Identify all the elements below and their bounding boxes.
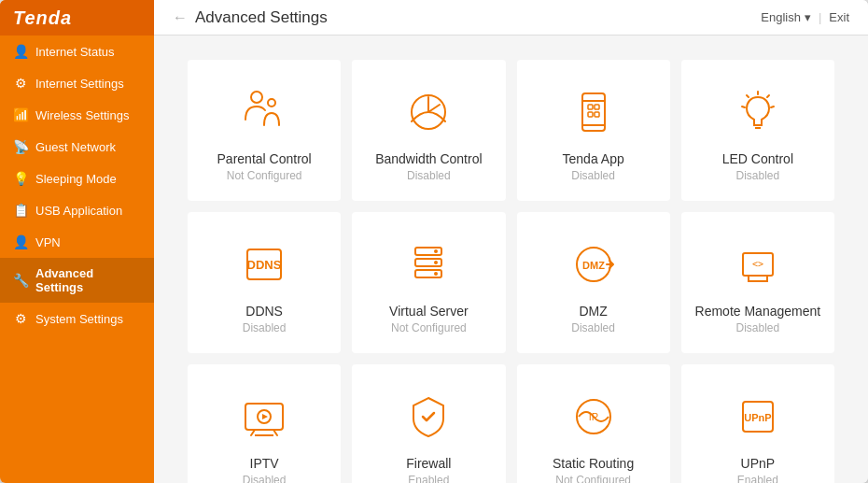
sidebar-label: Internet Settings <box>35 77 124 91</box>
sidebar-label: Internet Status <box>35 45 115 59</box>
grid-item-static-routing[interactable]: IP Static RoutingNot Configured <box>517 364 670 483</box>
sidebar-item-internet-status[interactable]: 👤 Internet Status <box>0 36 154 67</box>
logo: Tenda <box>0 0 154 36</box>
content-area: Parental ControlNot Configured Bandwidth… <box>154 36 868 483</box>
usb-application-icon: 📋 <box>13 203 28 218</box>
upnp-icon: UPnP <box>728 387 788 447</box>
svg-line-16 <box>767 95 769 97</box>
svg-line-15 <box>747 95 749 97</box>
sidebar-item-advanced-settings[interactable]: 🔧 Advanced Settings <box>0 258 154 303</box>
parental-control-label: Parental Control <box>217 151 312 166</box>
logo-text: Tenda <box>13 7 72 29</box>
bandwidth-control-status: Disabled <box>407 169 451 182</box>
system-settings-icon: ⚙ <box>13 311 28 326</box>
grid-item-bandwidth-control[interactable]: Bandwidth ControlDisabled <box>352 60 505 201</box>
divider: | <box>819 10 821 24</box>
page-title-area: ← Advanced Settings <box>173 8 328 27</box>
remote-management-icon: <> <box>728 234 788 294</box>
exit-button[interactable]: Exit <box>829 10 849 24</box>
internet-status-icon: 👤 <box>13 44 28 59</box>
top-bar-right: English ▾ | Exit <box>761 10 849 24</box>
grid-item-iptv[interactable]: IPTVDisabled <box>188 364 341 483</box>
grid-item-parental-control[interactable]: Parental ControlNot Configured <box>188 60 341 201</box>
static-routing-label: Static Routing <box>553 456 634 471</box>
top-bar: ← Advanced Settings English ▾ | Exit <box>154 0 868 36</box>
svg-point-24 <box>434 249 438 253</box>
sidebar-item-system-settings[interactable]: ⚙ System Settings <box>0 303 154 334</box>
internet-settings-icon: ⚙ <box>13 76 28 91</box>
svg-line-18 <box>771 107 774 107</box>
grid-item-dmz[interactable]: DMZ DMZDisabled <box>517 212 670 353</box>
sidebar-item-internet-settings[interactable]: ⚙ Internet Settings <box>0 67 154 99</box>
led-control-icon <box>728 82 788 142</box>
led-control-status: Disabled <box>736 169 780 182</box>
sidebar-label: USB Application <box>35 204 122 218</box>
svg-text:<>: <> <box>752 259 763 269</box>
sidebar-item-sleeping-mode[interactable]: 💡 Sleeping Mode <box>0 163 154 194</box>
static-routing-icon: IP <box>564 387 623 447</box>
sidebar-label: System Settings <box>35 312 123 326</box>
ddns-label: DDNS <box>245 304 283 319</box>
firewall-label: Firewall <box>406 456 451 471</box>
virtual-server-icon <box>399 234 458 294</box>
page-title: Advanced Settings <box>195 8 328 27</box>
iptv-icon <box>234 387 294 447</box>
grid-item-led-control[interactable]: LED ControlDisabled <box>681 60 834 201</box>
grid-item-virtual-server[interactable]: Virtual ServerNot Configured <box>352 212 505 353</box>
tenda-app-icon <box>564 82 623 142</box>
settings-grid: Parental ControlNot Configured Bandwidth… <box>182 54 840 483</box>
iptv-status: Disabled <box>243 474 287 483</box>
sleeping-mode-icon: 💡 <box>13 171 28 186</box>
dmz-label: DMZ <box>579 304 607 319</box>
svg-point-0 <box>251 92 262 103</box>
svg-text:DDNS: DDNS <box>247 258 282 272</box>
bandwidth-control-icon <box>399 82 458 142</box>
dmz-status: Disabled <box>571 321 615 334</box>
parental-control-icon <box>234 82 294 142</box>
sidebar-item-guest-network[interactable]: 📡 Guest Network <box>0 131 154 163</box>
svg-rect-11 <box>595 112 599 117</box>
main-content: ← Advanced Settings English ▾ | Exit Par… <box>154 0 868 483</box>
tenda-app-status: Disabled <box>571 169 615 182</box>
sidebar-label: Guest Network <box>35 140 116 154</box>
advanced-settings-icon: 🔧 <box>13 273 28 288</box>
language-arrow: ▾ <box>805 10 811 24</box>
svg-line-4 <box>428 105 440 112</box>
led-control-label: LED Control <box>722 151 793 166</box>
sidebar-label: VPN <box>35 235 61 249</box>
language-selector[interactable]: English ▾ <box>761 10 811 24</box>
iptv-label: IPTV <box>250 456 279 471</box>
sidebar-label: Wireless Settings <box>35 108 129 122</box>
ddns-icon: DDNS <box>234 234 294 294</box>
language-label: English <box>761 10 801 24</box>
sidebar-label: Advanced Settings <box>35 266 141 294</box>
sidebar-item-usb-application[interactable]: 📋 USB Application <box>0 194 154 226</box>
guest-network-icon: 📡 <box>13 139 28 154</box>
firewall-status: Enabled <box>408 474 449 483</box>
sidebar-item-wireless-settings[interactable]: 📶 Wireless Settings <box>0 99 154 131</box>
grid-item-remote-management[interactable]: <> Remote ManagementDisabled <box>681 212 834 353</box>
upnp-status: Enabled <box>737 474 778 483</box>
grid-item-tenda-app[interactable]: Tenda AppDisabled <box>517 60 670 201</box>
svg-point-26 <box>434 272 438 276</box>
sidebar-label: Sleeping Mode <box>35 172 117 186</box>
svg-text:DMZ: DMZ <box>582 260 605 271</box>
svg-text:UPnP: UPnP <box>744 412 771 423</box>
sidebar-item-vpn[interactable]: 👤 VPN <box>0 226 154 258</box>
back-icon[interactable]: ← <box>173 9 188 26</box>
remote-management-label: Remote Management <box>695 304 821 319</box>
dmz-icon: DMZ <box>564 234 623 294</box>
svg-rect-10 <box>588 112 593 117</box>
svg-point-25 <box>434 261 438 264</box>
grid-item-firewall[interactable]: FirewallEnabled <box>352 364 505 483</box>
virtual-server-label: Virtual Server <box>389 304 469 319</box>
grid-item-ddns[interactable]: DDNS DDNSDisabled <box>188 212 341 353</box>
vpn-icon: 👤 <box>13 234 28 249</box>
grid-item-upnp[interactable]: UPnP UPnPEnabled <box>681 364 834 483</box>
virtual-server-status: Not Configured <box>391 321 467 334</box>
svg-rect-9 <box>595 105 599 109</box>
ddns-status: Disabled <box>243 321 287 334</box>
static-routing-status: Not Configured <box>555 474 631 483</box>
svg-point-1 <box>268 99 275 107</box>
wireless-settings-icon: 📶 <box>13 107 28 122</box>
